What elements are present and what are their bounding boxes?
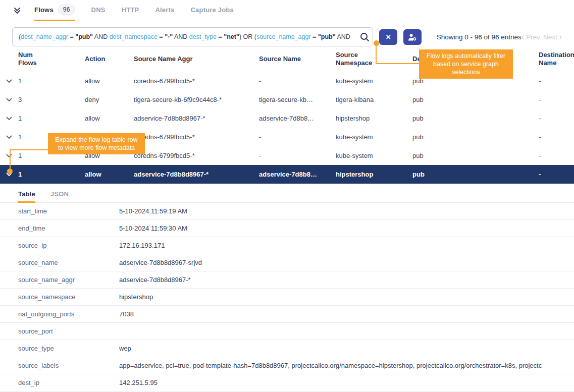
callout-connector-line bbox=[10, 149, 48, 150]
dest-name-aggr-cell: pub bbox=[412, 152, 539, 159]
dest-name-aggr-cell: pub bbox=[412, 171, 539, 178]
num-flows-cell: 1 bbox=[18, 171, 85, 178]
source-name-cell: tigera-secure-kb… bbox=[259, 96, 336, 103]
table-row[interactable]: 3 deny tigera-secure-kb-6f9c9c44c8-* tig… bbox=[0, 90, 574, 109]
source-name-aggr-cell: coredns-6799fbcd5-* bbox=[134, 152, 259, 159]
detail-key: source_namespace bbox=[18, 293, 119, 301]
detail-value: hipstershop bbox=[119, 293, 574, 301]
source-name-aggr-cell: adservice-7d8b8d8967-* bbox=[134, 115, 259, 122]
source-name-aggr-cell: adservice-7d8b8d8967-* bbox=[134, 171, 259, 178]
query-token: = bbox=[217, 33, 224, 40]
chevron-down-icon bbox=[6, 98, 12, 102]
showing-entries-text: Showing 0 - 96 of 96 entries bbox=[437, 33, 521, 41]
expand-row-button[interactable] bbox=[0, 98, 18, 102]
column-header: Action bbox=[85, 55, 134, 63]
next-chevron-icon: › bbox=[559, 33, 562, 41]
detail-value: 172.16.193.171 bbox=[119, 242, 574, 249]
source-name-cell: adservice-7d8b8… bbox=[259, 115, 336, 122]
query-token: AND bbox=[93, 33, 110, 40]
column-header: Destination Name bbox=[539, 51, 574, 68]
tab-capture-jobs[interactable]: Capture Jobs bbox=[190, 0, 233, 21]
source-namespace-cell: hipstershop bbox=[336, 115, 412, 122]
action-cell: allow bbox=[85, 171, 134, 178]
tab-http[interactable]: HTTP bbox=[122, 0, 139, 21]
chevron-down-icon bbox=[6, 79, 12, 83]
tab-label: HTTP bbox=[122, 6, 139, 14]
source-name-cell: - bbox=[259, 152, 336, 159]
detail-rows: start_time 5-10-2024 11:59:19 AM end_tim… bbox=[0, 203, 574, 391]
tab-flows[interactable]: Flows 96 bbox=[34, 0, 75, 21]
collapse-panel-button[interactable] bbox=[13, 7, 21, 15]
search-icon[interactable] bbox=[359, 32, 370, 42]
detail-value: wep bbox=[119, 345, 574, 352]
query-token: AND bbox=[336, 33, 350, 40]
query-token: "-" bbox=[165, 33, 173, 40]
num-flows-cell: 1 bbox=[18, 115, 85, 122]
callout-connector-line bbox=[376, 63, 419, 64]
column-header: Num Flows bbox=[18, 51, 85, 68]
filter-settings-button[interactable] bbox=[403, 29, 422, 45]
query-token: dest_namespace bbox=[110, 33, 158, 40]
detail-key: nat_outgoing_ports bbox=[18, 310, 119, 318]
num-flows-cell: 3 bbox=[18, 96, 85, 103]
expand-row-button[interactable] bbox=[0, 154, 18, 158]
source-namespace-cell: hipstershop bbox=[336, 171, 412, 178]
detail-value: adservice-7d8b8d8967-* bbox=[119, 276, 574, 284]
detail-value: adservice-7d8b8d8967-srjvd bbox=[119, 259, 574, 266]
query-token: AND bbox=[173, 33, 189, 40]
destination-name-cell: - bbox=[539, 152, 574, 159]
pagination-prev[interactable]: ‹ Prev bbox=[521, 33, 540, 41]
tab-dns[interactable]: DNS bbox=[91, 0, 106, 21]
detail-key: dest_ip bbox=[18, 379, 119, 386]
detail-key: source_name_aggr bbox=[18, 276, 119, 284]
callout-expand-note: Expand the flow log table row to view mo… bbox=[48, 133, 145, 154]
detail-key: end_time bbox=[18, 225, 119, 232]
header-tabs: Flows 96 DNS HTTP Alerts Capture Jobs bbox=[34, 0, 250, 21]
tab-label: Alerts bbox=[155, 6, 174, 14]
dest-name-aggr-cell: pub bbox=[412, 115, 539, 122]
detail-value: 7038 bbox=[119, 310, 574, 318]
detail-tab-table[interactable]: Table bbox=[18, 190, 35, 203]
action-cell: allow bbox=[85, 77, 134, 85]
detail-key: source_type bbox=[18, 345, 119, 352]
table-row[interactable]: 1 allow adservice-7d8b8d8967-* adservice… bbox=[0, 165, 574, 184]
clear-filter-button[interactable]: ✕ bbox=[379, 29, 397, 45]
callout-anchor-dot bbox=[7, 169, 13, 174]
detail-row: source_ip 172.16.193.171 bbox=[0, 237, 574, 254]
action-cell: allow bbox=[85, 115, 134, 122]
expand-row-button[interactable] bbox=[0, 117, 18, 121]
query-token: dest_type bbox=[189, 33, 217, 40]
table-row[interactable]: 1 allow adservice-7d8b8d8967-* adservice… bbox=[0, 109, 574, 128]
flow-table-body: 1 allow coredns-6799fbcd5-* - kube-syste… bbox=[0, 72, 574, 184]
expand-row-button[interactable] bbox=[0, 135, 18, 139]
source-name-cell: adservice-7d8b8… bbox=[259, 171, 336, 178]
tab-alerts[interactable]: Alerts bbox=[155, 0, 174, 21]
query-token: dest_name_aggr bbox=[21, 33, 68, 40]
detail-row: nat_outgoing_ports 7038 bbox=[0, 306, 574, 323]
next-label: Next bbox=[543, 33, 557, 41]
chevron-down-icon bbox=[6, 154, 12, 158]
flow-logs-panel: Flows 96 DNS HTTP Alerts Capture Jobs (d… bbox=[0, 0, 574, 392]
prev-label: Prev bbox=[526, 33, 540, 41]
detail-value: app=adservice, pci=true, pod-template-ha… bbox=[119, 362, 574, 369]
double-chevron-down-icon bbox=[13, 7, 21, 15]
detail-row: source_port bbox=[0, 323, 574, 340]
query-token: "pub" bbox=[75, 33, 93, 40]
source-name-cell: - bbox=[259, 77, 336, 85]
detail-row: source_labels app=adservice, pci=true, p… bbox=[0, 357, 574, 374]
action-cell: deny bbox=[85, 96, 134, 103]
query-token: = bbox=[311, 33, 318, 40]
query-token: "pub" bbox=[318, 33, 336, 40]
callout-anchor-dot bbox=[374, 40, 379, 46]
pagination-next[interactable]: Next › bbox=[543, 33, 562, 41]
detail-tab-json[interactable]: JSON bbox=[50, 190, 69, 203]
dest-name-aggr-cell: pub bbox=[412, 133, 539, 141]
column-header: Source Name Aggr bbox=[134, 55, 259, 63]
column-header: Source Name bbox=[259, 55, 336, 63]
expand-row-button[interactable] bbox=[0, 79, 18, 83]
detail-row: start_time 5-10-2024 11:59:19 AM bbox=[0, 203, 574, 220]
tab-count-badge: 96 bbox=[58, 5, 75, 15]
filter-query-input[interactable]: (dest_name_aggr = "pub" AND dest_namespa… bbox=[12, 27, 373, 46]
tab-label: Capture Jobs bbox=[190, 6, 233, 14]
callout-filter-note: Flow logs automatically filter based on … bbox=[419, 49, 513, 79]
